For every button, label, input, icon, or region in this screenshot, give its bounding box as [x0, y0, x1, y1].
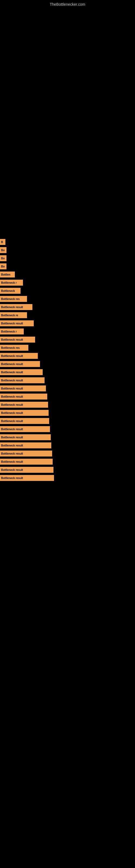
bar-row: Bo — [0, 262, 135, 270]
bottleneck-bar: Bottleneck result — [0, 394, 47, 400]
bottleneck-bar: Bottleneck re — [0, 312, 27, 318]
bottleneck-bar: Bottleneck r — [0, 329, 24, 335]
bar-row: Bottleneck r — [0, 328, 135, 335]
bottleneck-bar: Bottleneck result — [0, 410, 49, 416]
bar-label: Bottleneck result — [1, 306, 23, 309]
bar-label: Bottleneck result — [1, 387, 23, 390]
bar-row: Bottleneck re — [0, 311, 135, 319]
bottleneck-bar: Bottleneck result — [0, 451, 52, 457]
bottleneck-bar: Bottleneck result — [0, 467, 53, 473]
bar-label: Bottleneck result — [1, 363, 23, 366]
bar-row: Bottleneck result — [0, 376, 135, 384]
bar-row: Bottleneck result — [0, 360, 135, 368]
bar-container: BBoBoBoBottlenBottleneck rBottleneckBott… — [0, 238, 135, 482]
bottleneck-bar: Bottleneck result — [0, 402, 48, 408]
bottleneck-bar: Bottleneck result — [0, 418, 49, 424]
bottleneck-bar: Bottlen — [0, 272, 15, 278]
site-title: TheBottlenecker.com — [0, 0, 135, 8]
bar-label: Bottleneck result — [1, 468, 23, 471]
bar-label: Bottleneck result — [1, 379, 23, 382]
bar-row: Bottleneck result — [0, 458, 135, 465]
bar-label: Bottleneck result — [1, 476, 23, 479]
bar-label: Bottleneck result — [1, 322, 23, 325]
bar-label: Bottleneck r — [1, 330, 17, 333]
bar-label: Bottleneck result — [1, 354, 23, 358]
chart-area — [0, 8, 135, 122]
bottleneck-bar: Bottleneck result — [0, 337, 35, 343]
bar-row: Bottlen — [0, 271, 135, 278]
bar-label: Bottleneck result — [1, 338, 23, 341]
bar-label: Bottleneck result — [1, 428, 23, 431]
bottleneck-bar: Bottleneck r — [0, 280, 23, 286]
bottleneck-bar: B — [0, 239, 5, 245]
bar-label: Bottleneck result — [1, 411, 23, 414]
bar-row: Bottleneck result — [0, 417, 135, 425]
bar-row: Bottleneck res — [0, 295, 135, 303]
bar-row: Bo — [0, 254, 135, 262]
bottleneck-bar: Bottleneck result — [0, 361, 40, 367]
bar-label: Bottleneck result — [1, 436, 23, 439]
bar-row: Bottleneck res — [0, 344, 135, 351]
bar-row: Bottleneck result — [0, 401, 135, 408]
bottleneck-bar: Bottleneck result — [0, 353, 38, 359]
bottleneck-bar: Bo — [0, 247, 6, 253]
bar-row: Bottleneck result — [0, 466, 135, 474]
bar-row: Bottleneck result — [0, 336, 135, 343]
bar-label: Bottleneck res — [1, 298, 20, 301]
bar-label: Bo — [1, 265, 5, 268]
bar-row: Bottleneck result — [0, 384, 135, 392]
bar-label: Bottleneck result — [1, 420, 23, 423]
bar-row: Bottleneck r — [0, 279, 135, 286]
bottleneck-bar: Bottleneck result — [0, 475, 54, 481]
bar-row: Bottleneck result — [0, 425, 135, 433]
bar-row: Bottleneck result — [0, 368, 135, 376]
bar-row: Bottleneck result — [0, 319, 135, 327]
bottleneck-bar: Bottleneck res — [0, 296, 27, 302]
bottleneck-bar: Bottleneck result — [0, 459, 53, 465]
bottleneck-bar: Bottleneck result — [0, 442, 51, 448]
bar-label: Bottlen — [1, 273, 10, 276]
bottleneck-bar: Bottleneck result — [0, 377, 45, 383]
bar-row: B — [0, 238, 135, 246]
bar-row: Bottleneck result — [0, 450, 135, 457]
bar-row: Bottleneck result — [0, 474, 135, 482]
bottleneck-bar: Bottleneck result — [0, 320, 34, 326]
bar-row: Bottleneck result — [0, 442, 135, 449]
bottleneck-bar: Bottleneck — [0, 288, 20, 294]
bar-label: Bottleneck result — [1, 395, 23, 398]
bottleneck-bar: Bo — [0, 255, 6, 261]
bar-label: Bottleneck result — [1, 460, 23, 463]
bar-label: Bottleneck r — [1, 281, 17, 284]
bottleneck-bar: Bottleneck res — [0, 345, 28, 351]
bar-label: Bottleneck result — [1, 444, 23, 447]
bottleneck-bar: Bottleneck result — [0, 426, 50, 432]
bar-label: Bottleneck res — [1, 346, 20, 349]
bar-row: Bottleneck result — [0, 352, 135, 360]
bar-row: Bottleneck result — [0, 303, 135, 311]
bar-label: Bottleneck result — [1, 452, 23, 455]
bar-label: Bottleneck re — [1, 314, 18, 317]
bar-label: Bottleneck result — [1, 403, 23, 406]
bar-label: Bo — [1, 249, 5, 252]
bottleneck-bar: Bo — [0, 264, 6, 269]
bar-row: Bo — [0, 246, 135, 254]
bar-label: B — [1, 241, 3, 244]
bar-label: Bottleneck — [1, 289, 15, 292]
bar-row: Bottleneck — [0, 287, 135, 294]
bottleneck-bar: Bottleneck result — [0, 304, 32, 310]
bottleneck-bar: Bottleneck result — [0, 385, 46, 392]
bar-row: Bottleneck result — [0, 409, 135, 416]
bar-label: Bo — [1, 257, 5, 260]
bar-row: Bottleneck result — [0, 433, 135, 441]
bar-label: Bottleneck result — [1, 371, 23, 374]
bottleneck-bar: Bottleneck result — [0, 369, 43, 375]
bar-row: Bottleneck result — [0, 393, 135, 400]
bottleneck-bar: Bottleneck result — [0, 434, 51, 440]
